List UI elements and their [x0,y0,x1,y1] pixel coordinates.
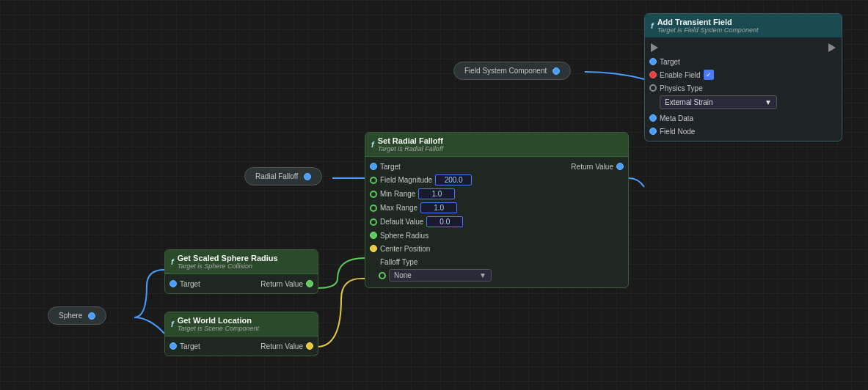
physics-type-pin [649,84,657,92]
sphere-pill: Sphere [48,306,106,325]
defaultvalue-pin [370,218,377,226]
world-loc-return-pin [306,342,313,350]
node-header-sphere-radius: f Get Scaled Sphere Radius Target is Sph… [165,250,318,274]
world-loc-target-label: Target [180,342,200,350]
magnitude-pin [370,177,377,184]
sphere-radius-pins-row: Target Return Value [165,277,318,290]
pin-sphereradius-row: Sphere Radius [365,229,628,242]
node-title-radial: Set Radial Falloff [378,136,443,145]
minrange-pin [370,191,377,198]
maxrange-label: Max Range [380,204,417,212]
defaultvalue-label: Default Value [380,218,423,226]
sphere-radius-func-icon: f [171,257,174,266]
exec-row [645,40,842,55]
sphere-radius-return-pin [306,280,313,287]
set-radial-falloff-node: f Set Radial Falloff Target is Radial Fa… [365,132,629,288]
world-loc-target-pin [169,342,177,350]
pin-defaultvalue-row: Default Value 0.0 [365,215,628,229]
target-pin [649,58,657,65]
minrange-input[interactable]: 1.0 [418,188,455,199]
radial-falloff-pill: Radial Falloff [244,167,322,185]
node-body-add-transient: Target Enable Field ✓ Physics Type Exter… [645,37,842,141]
node-body-radial: Target Return Value Field Magnitude 200.… [365,157,628,287]
fieldnode-pin [649,128,657,135]
func-icon: f [651,21,654,30]
radial-falloff-out-pin [304,173,311,180]
pin-minrange-row: Min Range 1.0 [365,187,628,201]
enable-field-pin [649,71,657,78]
add-transient-field-node: f Add Transient Field Target is Field Sy… [644,13,842,141]
defaultvalue-input[interactable]: 0.0 [426,216,463,227]
node-header-radial: f Set Radial Falloff Target is Radial Fa… [365,133,628,157]
centerposition-label: Center Position [380,245,430,253]
magnitude-label: Field Magnitude [380,176,432,184]
node-title-add-transient: Add Transient Field [657,18,759,26]
node-subtitle-sphere-radius: Target is Sphere Collision [178,262,278,270]
centerposition-pin [370,245,377,252]
sphere-radius-return-label: Return Value [260,280,303,288]
field-system-label: Field System Component [464,67,547,75]
radial-return-pin [616,163,624,170]
falloff-dropdown-arrow-icon: ▼ [479,271,486,279]
magnitude-input[interactable]: 200.0 [435,174,472,185]
fallofftype-label: Falloff Type [370,258,417,266]
target-label: Target [660,58,680,66]
pin-magnitude-row: Field Magnitude 200.0 [365,173,628,187]
sphere-out-pin [88,312,95,320]
node-header-add-transient: f Add Transient Field Target is Field Sy… [645,14,842,37]
node-body-world-loc: Target Return Value [165,336,318,356]
radial-func-icon: f [371,140,374,149]
node-header-world-loc: f Get World Location Target is Scene Com… [165,312,318,336]
sphere-radius-target-pin [169,280,177,287]
physics-type-label: Physics Type [660,84,703,92]
radial-return-label: Return Value [571,163,613,171]
fieldnode-label: Field Node [660,128,695,136]
enable-field-checkbox[interactable]: ✓ [704,70,714,80]
field-system-out-pin [552,67,560,75]
sphere-radius-target-label: Target [180,280,200,288]
dropdown-arrow-icon: ▼ [765,98,772,106]
maxrange-input[interactable]: 1.0 [420,202,457,213]
field-system-component-pill: Field System Component [453,62,571,80]
metadata-pin [649,114,657,122]
pin-target-return-row: Target Return Value [365,160,628,173]
exec-out-pin [828,43,836,52]
minrange-label: Min Range [380,190,415,198]
node-body-sphere-radius: Target Return Value [165,274,318,293]
world-loc-return-label: Return Value [260,342,303,350]
get-world-location-node: f Get World Location Target is Scene Com… [164,312,318,356]
metadata-label: Meta Data [660,114,693,122]
enable-field-label: Enable Field [660,71,701,79]
pin-fieldnode-row: Field Node [645,125,842,138]
pin-target-row: Target [645,55,842,68]
sphereradius-label: Sphere Radius [380,232,428,240]
sphere-label: Sphere [59,312,82,320]
fallofftype-pin [379,272,386,279]
physics-value: External Strain [665,98,713,106]
fallofftype-dropdown[interactable]: None ▼ [389,269,492,282]
node-subtitle-add-transient: Target is Field System Component [657,26,759,34]
radial-target-label: Target [380,163,401,171]
node-title-sphere-radius: Get Scaled Sphere Radius [178,254,278,262]
node-title-world-loc: Get World Location [178,316,259,325]
pin-enable-field-row: Enable Field ✓ [645,68,842,81]
sphereradius-pin [370,232,377,239]
world-loc-pins-row: Target Return Value [165,339,318,353]
radial-target-pin [370,163,377,170]
radial-falloff-label: Radial Falloff [255,172,298,180]
node-subtitle-radial: Target is Radial Falloff [378,145,443,152]
pin-fallofftype-row: Falloff Type [365,255,628,268]
physics-type-dropdown[interactable]: External Strain ▼ [660,95,777,109]
pin-maxrange-row: Max Range 1.0 [365,201,628,215]
pin-metadata-row: Meta Data [645,111,842,125]
falloff-value: None [394,271,412,279]
maxrange-pin [370,205,377,212]
get-scaled-sphere-radius-node: f Get Scaled Sphere Radius Target is Sph… [164,249,318,294]
exec-in-pin [651,43,658,52]
node-subtitle-world-loc: Target is Scene Component [178,325,259,332]
world-loc-func-icon: f [171,320,174,328]
pin-physics-type-row: Physics Type [645,81,842,95]
pin-centerposition-row: Center Position [365,242,628,255]
